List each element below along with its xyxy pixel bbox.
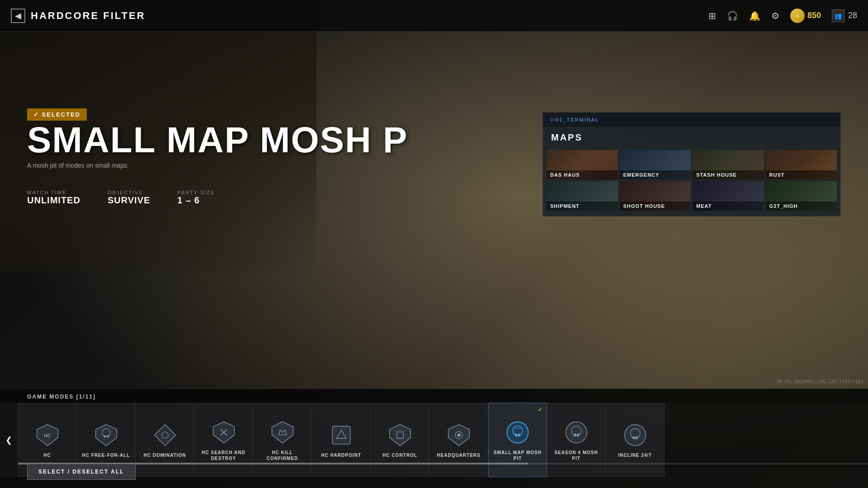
stat-label-0: MATCH TIME: [27, 190, 80, 195]
mode-card-8[interactable]: ✓ SMALL MAP MOSH PIT: [488, 403, 547, 477]
header-right: ⊞ 🎧 🔔 ⚙ ● 850 👥 28: [708, 9, 868, 23]
player-level: 28: [848, 11, 857, 20]
mode-card-5[interactable]: HC HARDPOINT: [312, 403, 371, 477]
map-name-label: MEAT: [693, 202, 764, 211]
stat-value-0: UNLIMITED: [27, 195, 80, 206]
map-name-label: SHIPMENT: [547, 202, 618, 211]
mode-icon-10: [622, 422, 649, 449]
stat-objective: OBJECTIVE SURVIVE: [108, 190, 150, 206]
maps-panel-tag: //01_TERMINAL: [543, 113, 840, 127]
game-modes-label: GAME MODES [1/11]: [0, 389, 868, 403]
mode-card-7[interactable]: HEADQUARTERS: [429, 403, 488, 477]
currency-amount: 850: [807, 11, 821, 20]
mode-card-4[interactable]: HC KILL CONFIRMED: [253, 403, 312, 477]
map-name-label: SHOOT HOUSE: [620, 202, 691, 211]
map-name-label: EMERGENCY: [620, 170, 691, 179]
mode-name-label: HC FREE-FOR-ALL: [82, 452, 130, 458]
map-item-stash-house[interactable]: STASH HOUSE: [693, 150, 764, 179]
svg-rect-13: [332, 426, 350, 444]
svg-rect-5: [107, 435, 108, 437]
player-level-display: 👥 28: [832, 9, 857, 22]
map-item-das-haus[interactable]: DAS HAUS: [547, 150, 618, 179]
map-name-label: DAS HAUS: [547, 170, 618, 179]
mode-icon-5: [328, 422, 355, 449]
map-bg: [620, 150, 691, 179]
map-item-g3t_high[interactable]: G3T_HIGH: [766, 181, 837, 211]
playlist-title: SMALL MAP MOSH P: [27, 122, 408, 158]
svg-point-25: [566, 422, 587, 443]
map-bg: [766, 181, 837, 211]
mode-name-label: HC: [43, 452, 51, 458]
mode-card-9[interactable]: SEASON 4 MOSH PIT: [547, 403, 606, 477]
selected-badge: ✓ SELECTED: [27, 108, 87, 121]
svg-point-20: [507, 422, 528, 443]
mode-icon-4: [269, 419, 296, 446]
header-title: HARDCORE FILTER: [31, 10, 146, 22]
settings-icon[interactable]: ⚙: [771, 10, 779, 21]
map-item-emergency[interactable]: EMERGENCY: [620, 150, 691, 179]
mode-icon-3: [210, 419, 237, 446]
header: ◀ HARDCORE FILTER ⊞ 🎧 🔔 ⚙ ● 850 👥 28: [0, 0, 868, 32]
stat-match-time: MATCH TIME UNLIMITED: [27, 190, 80, 206]
map-bg: [693, 150, 764, 179]
stat-party-size: PARTY SIZE 1 – 6: [177, 190, 215, 206]
maps-panel: //01_TERMINAL MAPS DAS HAUS EMERGENCY ST…: [542, 112, 841, 216]
mode-card-2[interactable]: HC DOMINATION: [136, 403, 194, 477]
map-item-rust[interactable]: RUST: [766, 150, 837, 179]
stat-label-1: OBJECTIVE: [108, 190, 150, 195]
mode-icon-1: [93, 422, 120, 449]
mode-name-label: SMALL MAP MOSH PIT: [492, 450, 543, 461]
player-icon: 👥: [832, 9, 844, 22]
svg-rect-22: [515, 433, 518, 436]
map-name-label: G3T_HIGH: [766, 202, 837, 211]
svg-point-19: [457, 433, 460, 436]
svg-rect-32: [635, 436, 637, 439]
map-item-shoot-house[interactable]: SHOOT HOUSE: [620, 181, 691, 211]
maps-grid: DAS HAUS EMERGENCY STASH HOUSE RUST SHIP…: [543, 148, 840, 216]
playlist-subtitle: A mosh pit of modes on small maps.: [27, 162, 408, 169]
mode-checkmark: ✓: [538, 406, 543, 413]
mode-card-3[interactable]: HC SEARCH AND DESTROY: [194, 403, 253, 477]
svg-rect-28: [576, 433, 579, 436]
mode-card-6[interactable]: HC CONTROL: [371, 403, 429, 477]
svg-rect-31: [632, 436, 635, 439]
bell-icon[interactable]: 🔔: [749, 10, 760, 21]
svg-rect-27: [574, 433, 576, 436]
scroll-left-button[interactable]: ❮: [0, 403, 18, 477]
select-deselect-button[interactable]: SELECT / DESELECT ALL: [27, 464, 136, 480]
currency-icon: ●: [790, 9, 805, 23]
svg-point-29: [624, 425, 646, 446]
selected-badge-text: ✓ SELECTED: [33, 111, 80, 118]
coords-text: [0.15,1862849][145.120][231+11A]: [776, 379, 863, 384]
svg-marker-2: [95, 425, 117, 446]
svg-marker-15: [389, 425, 410, 446]
mode-name-label: HC CONTROL: [382, 452, 417, 458]
stats-row: MATCH TIME UNLIMITED OBJECTIVE SURVIVE P…: [27, 190, 215, 206]
svg-marker-6: [154, 425, 175, 446]
mode-name-label: HC HARDPOINT: [321, 452, 361, 458]
mode-icon-6: [387, 422, 414, 449]
mode-icon-8: [504, 419, 531, 446]
headphones-icon[interactable]: 🎧: [727, 10, 738, 21]
map-name-label: STASH HOUSE: [693, 170, 764, 179]
map-item-meat[interactable]: MEAT: [693, 181, 764, 211]
map-bg: [766, 150, 837, 179]
mode-icon-2: [151, 422, 179, 449]
svg-rect-23: [518, 433, 520, 436]
currency-display: ● 850: [790, 9, 821, 23]
mode-card-10[interactable]: INCLINE 24/7: [606, 403, 665, 477]
map-bg: [547, 181, 618, 211]
svg-text:HC: HC: [44, 433, 51, 438]
back-button[interactable]: ◀ HARDCORE FILTER: [0, 9, 156, 23]
map-bg: [547, 150, 618, 179]
map-bg: [620, 181, 691, 211]
mode-name-label: HEADQUARTERS: [437, 452, 480, 458]
maps-title: MAPS: [543, 127, 840, 148]
grid-icon[interactable]: ⊞: [708, 10, 716, 21]
mode-name-label: HC KILL CONFIRMED: [257, 450, 308, 461]
mode-name-label: HC DOMINATION: [144, 452, 186, 458]
map-item-shipment[interactable]: SHIPMENT: [547, 181, 618, 211]
mode-icon-7: [445, 422, 472, 449]
back-arrow-icon: ◀: [11, 9, 25, 23]
mode-name-label: INCLINE 24/7: [618, 452, 651, 458]
